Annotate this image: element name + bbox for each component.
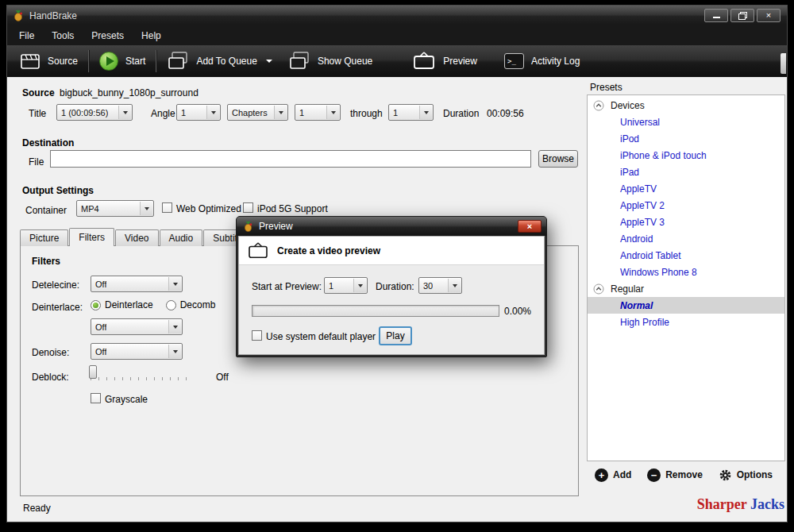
preset-item-android[interactable]: Android <box>588 230 784 247</box>
preview-button[interactable]: Preview <box>404 48 485 75</box>
menu-tools[interactable]: Tools <box>43 27 83 44</box>
preset-group-devices[interactable]: Devices <box>588 97 784 114</box>
activity-log-label: Activity Log <box>531 56 580 67</box>
duration-label: Duration <box>443 108 479 119</box>
dropdown-arrow-icon <box>168 345 181 358</box>
decomb-radio-label: Decomb <box>180 299 216 310</box>
toolbar: Source Start Add To Queue Show Queue <box>7 45 787 77</box>
menu-presets[interactable]: Presets <box>83 27 133 44</box>
show-queue-button[interactable]: Show Queue <box>280 48 380 75</box>
deinterlace-radio-label: Deinterlace <box>105 299 153 310</box>
preset-item-windows-phone-8[interactable]: Windows Phone 8 <box>588 264 784 280</box>
grayscale-checkbox[interactable] <box>91 393 101 403</box>
detelecine-label: Detelecine: <box>32 279 79 291</box>
preview-duration-label: Duration: <box>376 281 414 292</box>
preset-item-iphone-ipod-touch[interactable]: iPhone & iPod touch <box>588 147 784 164</box>
dropdown-arrow-icon <box>326 106 339 119</box>
preview-dialog-title: Preview <box>259 221 293 232</box>
source-heading: Source <box>22 87 55 98</box>
web-optimized-checkbox[interactable] <box>162 202 172 213</box>
deinterlace-select[interactable]: Off <box>91 318 183 335</box>
preset-item-high-profile[interactable]: High Profile <box>588 314 784 330</box>
deblock-label: Deblock: <box>32 372 69 383</box>
show-queue-icon <box>288 51 310 71</box>
preview-dialog-titlebar[interactable]: Preview × <box>237 217 546 236</box>
preset-item-appletv[interactable]: AppleTV <box>588 180 784 197</box>
remove-preset-button[interactable]: − Remove <box>647 468 703 482</box>
menu-help[interactable]: Help <box>133 27 170 44</box>
tab-picture[interactable]: Picture <box>20 229 68 246</box>
presets-footer: + Add − Remove Options <box>587 465 785 485</box>
detelecine-select[interactable]: Off <box>91 276 183 292</box>
angle-select[interactable]: 1 <box>176 104 221 121</box>
add-preset-button[interactable]: + Add <box>595 468 631 482</box>
preset-item-normal[interactable]: Normal <box>588 297 784 314</box>
dropdown-arrow-icon <box>168 320 181 333</box>
close-icon: × <box>527 222 532 231</box>
file-label: File <box>29 156 44 168</box>
activity-log-button[interactable]: >_ Activity Log <box>496 48 588 75</box>
maximize-button[interactable] <box>730 9 754 22</box>
title-bar[interactable]: HandBrake × <box>7 6 787 25</box>
container-select[interactable]: MP4 <box>76 200 154 217</box>
decomb-radio[interactable] <box>166 300 176 310</box>
range-start-select[interactable]: 1 <box>295 104 341 121</box>
denoise-select[interactable]: Off <box>91 343 183 360</box>
range-mode-select[interactable]: Chapters <box>227 104 288 121</box>
slider-thumb[interactable] <box>89 365 97 379</box>
range-end-select[interactable]: 1 <box>388 104 434 121</box>
preset-group-regular[interactable]: Regular <box>588 280 784 297</box>
preset-item-appletv-2[interactable]: AppleTV 2 <box>588 197 784 214</box>
start-at-preview-label: Start at Preview: <box>252 281 322 292</box>
title-select[interactable]: 1 (00:09:56) <box>56 104 133 121</box>
denoise-label: Denoise: <box>32 347 69 358</box>
preview-progress-bar <box>252 305 499 317</box>
duration-value: 00:09:56 <box>487 108 524 119</box>
preview-dialog-body: Create a video preview Start at Preview:… <box>238 236 545 355</box>
preset-options-button[interactable]: Options <box>719 468 773 482</box>
start-at-preview-select[interactable]: 1 <box>324 277 368 294</box>
dropdown-arrow-icon <box>274 106 287 119</box>
preview-close-button[interactable]: × <box>518 220 542 233</box>
add-to-queue-caret-icon <box>266 60 272 63</box>
dropdown-arrow-icon <box>140 202 152 215</box>
watermark-first-word: Sharper <box>697 496 747 512</box>
add-to-queue-button[interactable]: Add To Queue <box>159 48 280 75</box>
minimize-button[interactable] <box>704 9 728 22</box>
presets-heading: Presets <box>590 82 622 93</box>
preview-progress-text: 0.00% <box>504 306 531 317</box>
activity-log-icon: >_ <box>504 53 524 69</box>
start-button[interactable]: Start <box>91 48 153 75</box>
browse-button[interactable]: Browse <box>538 150 578 168</box>
preset-item-android-tablet[interactable]: Android Tablet <box>588 247 784 264</box>
tab-audio[interactable]: Audio <box>160 229 203 246</box>
tab-video[interactable]: Video <box>115 229 158 246</box>
file-input[interactable] <box>50 150 531 168</box>
preview-duration-select[interactable]: 30 <box>418 277 462 294</box>
start-icon <box>99 52 118 71</box>
through-label: through <box>350 108 383 119</box>
preset-item-ipad[interactable]: iPad <box>588 164 784 180</box>
play-button[interactable]: Play <box>379 326 412 345</box>
maximize-icon <box>738 12 747 20</box>
tab-filters[interactable]: Filters <box>69 228 114 246</box>
source-button-label: Source <box>48 56 78 67</box>
deinterlace-radio[interactable] <box>91 300 101 310</box>
ipod-5g-checkbox[interactable] <box>243 202 253 213</box>
dropdown-arrow-icon <box>118 106 131 119</box>
preset-item-universal[interactable]: Universal <box>588 114 784 130</box>
preview-icon <box>412 52 436 71</box>
toolbar-overflow-handle[interactable] <box>781 53 786 74</box>
minus-icon: − <box>647 468 661 482</box>
handbrake-logo-icon <box>243 221 254 232</box>
close-button[interactable]: × <box>757 9 781 22</box>
preset-item-appletv-3[interactable]: AppleTV 3 <box>588 214 784 230</box>
menu-file[interactable]: File <box>10 27 43 44</box>
source-button[interactable]: Source <box>12 48 86 75</box>
deblock-slider[interactable] <box>89 365 194 383</box>
preset-item-ipod[interactable]: iPod <box>588 130 784 147</box>
default-player-checkbox[interactable] <box>252 330 262 341</box>
add-to-queue-icon <box>167 51 189 71</box>
status-bar: Ready <box>7 498 787 522</box>
source-icon <box>20 52 40 71</box>
